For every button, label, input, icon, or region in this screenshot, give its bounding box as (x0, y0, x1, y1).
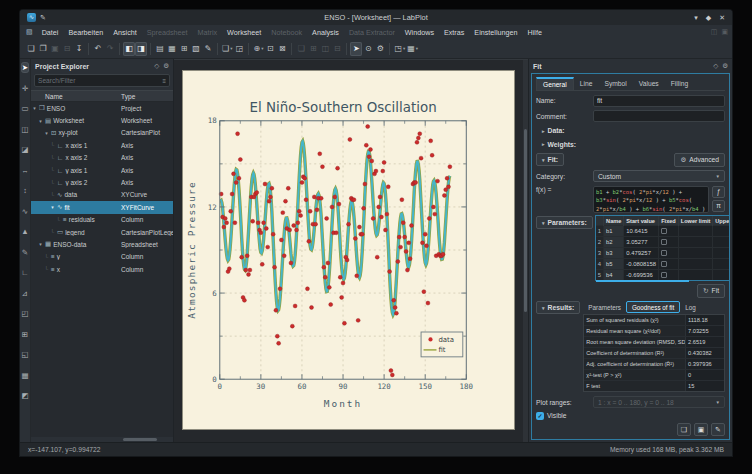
results-tab-goodness-of-fit[interactable]: Goodness of fit (626, 301, 680, 313)
param-upper-limit[interactable] (713, 259, 730, 270)
new-spreadsheet-button[interactable]: ▦ (166, 42, 178, 56)
filter-options-icon[interactable]: ≡ (162, 78, 166, 84)
export-view-button[interactable]: ◳▾ (393, 42, 406, 56)
param-fixed-cell[interactable] (659, 270, 679, 281)
menu-einstellungen[interactable]: Einstellungen (469, 28, 522, 37)
data-section-toggle[interactable]: ▸ Data: (536, 126, 725, 136)
float-dock-icon[interactable]: ◇ (154, 62, 159, 70)
expander-icon[interactable]: ▾ (43, 130, 50, 136)
shift-x-range-tool-icon[interactable]: ↔ (21, 166, 29, 175)
import-data-button[interactable]: ◲ (233, 42, 245, 56)
save-template-button[interactable]: ▣ (694, 423, 708, 436)
visible-checkbox[interactable]: ✓ (536, 412, 544, 420)
param-fixed-cell[interactable] (659, 248, 679, 259)
add-curve-tool-icon[interactable]: ∿ (22, 207, 28, 216)
add-histogram-tool-icon[interactable]: ▲ (21, 227, 28, 236)
new-worksheet-button[interactable]: ▧ (190, 42, 202, 56)
add-plot-tool-icon[interactable]: ⊞ (22, 330, 28, 339)
search-input[interactable] (38, 77, 162, 84)
edit-template-button[interactable]: ✎ (711, 423, 725, 436)
add-info-element-tool-icon[interactable]: ◩ (21, 391, 28, 400)
param-start-value[interactable]: -0.0808158 (624, 259, 659, 270)
tree-row-x-axis-1[interactable]: └∟x axis 1Axis (31, 139, 173, 151)
magnifier-tool-button[interactable]: ⚙ (374, 42, 386, 56)
menu-analysis[interactable]: Analysis (307, 28, 344, 37)
fixed-checkbox[interactable] (661, 239, 667, 245)
draw-tool-icon[interactable]: ✎ (22, 248, 28, 257)
maximize-button[interactable]: ◆ (706, 14, 711, 22)
crosshair-tool-button[interactable]: ⊙ (362, 42, 374, 56)
tree-row-y-axis-2[interactable]: └∟y axis 2Axis (31, 176, 173, 188)
fit-width-button[interactable]: ⊠ (276, 42, 288, 56)
plot-legend[interactable]: datafit (421, 332, 463, 357)
comment-input[interactable] (593, 110, 725, 122)
param-start-value[interactable]: 3.05277 (624, 237, 659, 248)
name-input[interactable] (593, 95, 725, 107)
tree-row-x-axis-2[interactable]: └∟x axis 2Axis (31, 152, 173, 164)
results-tab-log[interactable]: Log (680, 301, 701, 313)
expander-icon[interactable]: ▾ (49, 204, 56, 210)
menu-windows[interactable]: Windows (400, 28, 439, 37)
save-project-button[interactable]: ▣ (49, 42, 61, 56)
parameters-section-toggle[interactable]: ▾ Parameters: (536, 216, 593, 229)
toggle-project-explorer-button[interactable]: ◧ (123, 42, 135, 56)
param-lower-limit[interactable] (678, 270, 713, 281)
undo-button[interactable]: ↶ (92, 42, 104, 56)
shift-y-range-tool-icon[interactable]: ↕ (23, 186, 27, 195)
layout-button[interactable]: ▦▾ (406, 42, 419, 56)
zoom-selection-tool-icon[interactable]: ▭ (21, 104, 28, 113)
menu-extras[interactable]: Extras (439, 28, 469, 37)
param-row-b1[interactable]: 1b110.6415 (596, 226, 730, 237)
print-button[interactable]: ⊟ (61, 42, 73, 56)
expander-icon[interactable]: ▾ (37, 241, 44, 247)
add-axis-tool-icon[interactable]: ∟ (21, 268, 28, 277)
param-row-b2[interactable]: 2b23.05277 (596, 237, 730, 248)
column-header-name[interactable]: Name (31, 93, 121, 100)
tree-row-xy-plot[interactable]: ▾⊡xy-plotCartesianPlot (31, 127, 173, 139)
minimize-button[interactable]: ▾ (694, 14, 698, 22)
param-lower-limit[interactable] (678, 226, 713, 237)
add-legend-tool-icon[interactable]: ◰ (21, 309, 28, 318)
param-start-value[interactable]: 0.479257 (624, 248, 659, 259)
tree-row-ENSO-data[interactable]: ▾▦ENSO-dataSpreadsheet (31, 238, 173, 250)
weights-section-toggle[interactable]: ▸ Weights: (536, 139, 725, 149)
param-upper-limit[interactable] (713, 270, 730, 281)
category-select[interactable]: Custom ▼ (593, 170, 725, 182)
param-upper-limit[interactable] (713, 248, 730, 259)
new-object-button[interactable]: ❏▾ (221, 42, 233, 56)
param-fixed-cell[interactable] (659, 259, 679, 270)
select-tool-button[interactable]: ➤ (350, 42, 362, 56)
tree-row-fit[interactable]: ▾∿fitXYFitCurve (31, 201, 173, 213)
add-image-tool-icon[interactable]: ▦ (21, 371, 28, 380)
cascade-windows-button[interactable]: ❏ (295, 42, 307, 56)
tab-filling[interactable]: Filling (665, 77, 694, 90)
menu-notebook[interactable]: Notebook (266, 28, 307, 37)
tile-windows-button[interactable]: ⊞ (307, 42, 319, 56)
param-fixed-cell[interactable] (659, 226, 679, 237)
tree-row-ENSO[interactable]: ▾❐ENSOProject (31, 102, 173, 114)
tree-row-y[interactable]: └≡yColumn (31, 251, 173, 263)
menu-data-extractor[interactable]: Data Extractor (344, 28, 400, 37)
tab-line[interactable]: Line (574, 77, 599, 90)
worksheet-vscrollbar[interactable] (523, 60, 528, 442)
new-matrix-button[interactable]: ⊞ (178, 42, 190, 56)
fit-curve[interactable] (220, 141, 449, 315)
expander-icon[interactable]: ▾ (31, 105, 38, 111)
add-text-label-tool-icon[interactable]: ◱ (21, 350, 28, 359)
dock-menu-icon[interactable]: ⚙ (722, 62, 728, 70)
menu-datei[interactable]: Datei (37, 28, 64, 37)
load-template-button[interactable]: ❏ (677, 423, 691, 436)
advanced-button[interactable]: ⚙ Advanced (674, 153, 725, 167)
results-tab-parameters[interactable]: Parameters (583, 301, 626, 313)
column-header-type[interactable]: Type (121, 93, 173, 100)
fit-section-toggle[interactable]: ▾ Fit: (536, 153, 564, 166)
parameters-table-hscrollbar[interactable] (596, 280, 689, 282)
close-button[interactable]: ✕ (719, 14, 725, 22)
explorer-hscrollbar[interactable] (31, 437, 173, 442)
menu-spreadsheet[interactable]: Spreadsheet (142, 28, 193, 37)
tab-values[interactable]: Values (633, 77, 665, 90)
fixed-checkbox[interactable] (661, 272, 667, 278)
param-row-b4[interactable]: 5b4-0.699536 (596, 270, 730, 281)
zoom-y-selection-tool-icon[interactable]: ◪ (21, 145, 28, 154)
param-lower-limit[interactable] (678, 237, 713, 248)
